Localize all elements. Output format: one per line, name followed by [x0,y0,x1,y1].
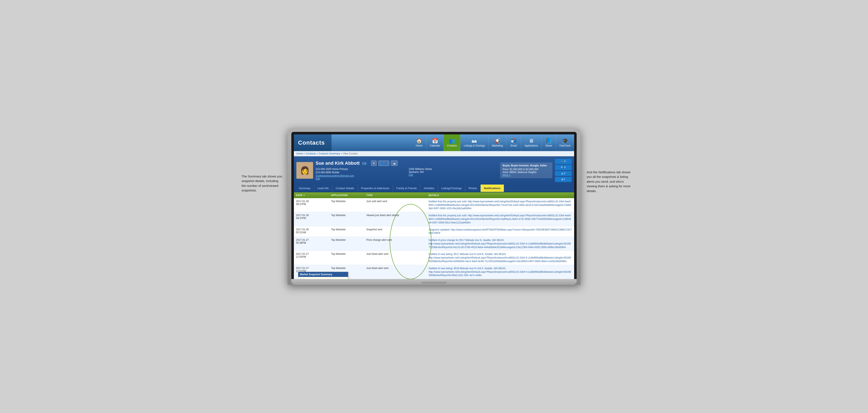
action-btn-1[interactable]: 🏃 P [555,159,571,164]
calendar-icon: 📅 [432,138,438,143]
cell-application: Top Marketer [329,198,364,212]
nav-items-container: 🏠 Home 📅 Calendar 👥 Contacts 🏘 [332,134,574,151]
laptop-outer: Contacts 🏠 Home 📅 Calendar 👥 [287,128,581,285]
tab-activities[interactable]: Activities [420,184,438,192]
contact-address: 2345 Williams Street, Spokane, WA Edit [409,168,498,180]
cell-application: Top Marketer [329,251,364,265]
col-application[interactable]: APPLICATION [329,192,364,198]
breadcrumb-home[interactable]: Home [297,152,303,155]
brand-title: Contacts [298,139,325,146]
cell-date: 2017-01-3008:37PM [294,198,329,212]
contact-group-view-btn[interactable]: 👤👤 [378,161,389,166]
breadcrumb-contacts-summary[interactable]: Contacts Summary [319,152,340,155]
tab-listings-closings[interactable]: Listings/Closings [438,184,465,192]
cell-type: Viewed just listed alert details [364,212,427,226]
nav-fasttrack-label: FastTrack [559,144,570,147]
col-type[interactable]: TYPE [364,192,427,198]
cell-details: Notified that this property just sold: h… [427,212,574,226]
tab-family-friends[interactable]: Family & Friends [393,184,421,192]
more-link[interactable]: More » [503,174,510,177]
table-row: 2017-01-3008:37PM Top Marketer Viewed ju… [294,212,574,226]
marketing-icon: 📢 [494,138,500,143]
contact-cloud-btn[interactable]: ☁ [391,161,398,166]
contact-name-edit[interactable]: Edit [362,162,367,165]
nav-email-label: Email [510,144,517,147]
cell-type: Snapshot sent [364,226,427,237]
contact-info-right: Buyer, Buyer-investor, Google, Seller Pr… [500,162,552,178]
table-row: 2017-01-3008:37PM Top Marketer Just sold… [294,198,574,212]
contact-main-info: Sue and Kirk Abbott Edit ≡ 👤👤 ☁ [316,161,498,180]
home-icon: 🏠 [416,138,422,143]
cell-application: Top Marketer [329,226,364,237]
tab-photos[interactable]: Photos [465,184,480,192]
nav-contacts[interactable]: 👥 Contacts [444,134,460,151]
nav-email[interactable]: 📬 Email [506,134,521,151]
cell-type: Just listed alert sent [364,265,427,279]
contact-email: Sophieandersondemo@gmail.com [316,174,404,177]
laptop-bezel: Contacts 🏠 Home 📅 Calendar 👥 [291,132,577,279]
nav-fasttrack[interactable]: 🎓 FastTrack [556,134,574,151]
nav-share[interactable]: 📘 Share [541,134,556,151]
action-btn-3[interactable]: 🖨 P [555,171,571,176]
tab-contact-details[interactable]: Contact Details [332,184,358,192]
contact-left-details: 313-594-1925 Home Primary 313-569-9895 M… [316,168,404,180]
laptop-base [291,279,577,285]
tab-properties-addresses[interactable]: Properties & Addresses [358,184,393,192]
share-icon: 📘 [546,138,552,143]
action-btn-2[interactable]: 🔍 P [555,165,571,170]
nav-applications[interactable]: 🖥 Applications [521,134,541,151]
nav-home[interactable]: 🏠 Home [412,134,427,151]
table-row: 2017-01-2712:02PM Top Marketer Just list… [294,251,574,265]
cell-application: Top Marketer [329,212,364,226]
nav-share-label: Share [546,144,552,147]
cell-date: 2017-01-2705:38PM [294,237,329,251]
contact-phone2: 313-569-9895 Mobile [316,171,404,174]
tab-summary[interactable]: Summary [296,184,314,192]
contact-details-edit[interactable]: Edit [316,177,320,180]
nav-calendar-label: Calendar [430,144,440,147]
contacts-icon: 👥 [449,138,455,143]
brand-logo: Contacts [294,134,332,151]
snapshot-panel-title: Market Snapshot Summary [298,272,348,277]
nav-contacts-label: Contacts [447,144,457,147]
cell-details: Notified of new listing: 8519 Midvale Av… [427,265,574,279]
contact-name: Sue and Kirk Abbott [316,161,360,166]
main-content: Market Snapshot Summary Active # of Snap… [294,192,574,279]
breadcrumb-contacts[interactable]: Contacts [306,152,316,155]
cell-details: Notified of price change for 8517 Midval… [427,237,574,251]
nav-marketing[interactable]: 📢 Marketing [489,134,506,151]
tab-bar: Summary Lead Info Contact Details Proper… [294,184,574,192]
fasttrack-icon: 🎓 [562,138,568,143]
action-btn-4[interactable]: ⊞ T [555,177,571,182]
contact-list-view-btn[interactable]: ≡ [371,161,376,166]
cell-details: Notified of new listing: 8517 Midvale Av… [427,251,574,265]
tab-notifications[interactable]: Notifications [480,184,504,192]
breadcrumb-view-contact: View Contact [343,152,358,155]
col-date[interactable]: DATE [294,192,329,198]
cell-application: Top Marketer [329,237,364,251]
buyer-type: Buyer, Buyer-investor, Google, Seller [503,164,550,167]
nav-home-label: Home [416,144,423,147]
breadcrumb: Home > Contacts > Contacts Summary > Vie… [294,151,574,156]
email-icon: 📬 [510,138,517,143]
notifications-table: DATE APPLICATION TYPE DETAILS 2017-01-30… [294,192,574,279]
nav-marketing-label: Marketing [492,144,503,147]
laptop-screen: Contacts 🏠 Home 📅 Calendar 👥 [294,134,574,279]
cell-type: Price change alert sent [364,237,427,251]
cell-type: Just listed alert sent [364,251,427,265]
nav-listings[interactable]: 🏘 Listings & Closings [460,134,488,151]
contact-header: 👩 Sue and Kirk Abbott Edit ≡ 👤👤 ☁ [294,156,574,184]
snapshot-active-label: Active [300,278,346,279]
contact-address-edit[interactable]: Edit [409,173,413,176]
cell-date: 2017-01-3005:22AM [294,226,329,237]
col-details[interactable]: DETAILS [427,192,574,198]
snapshot-panel: Market Snapshot Summary Active # of Snap… [298,272,348,279]
annotation-right: And the Notifications tab shows you all … [587,170,635,194]
listings-icon: 🏘 [472,138,477,143]
contact-avatar: 👩 [297,162,313,179]
nav-calendar[interactable]: 📅 Calendar [427,134,444,151]
table-row: 2017-01-2705:38PM Top Marketer Price cha… [294,237,574,251]
tab-lead-info[interactable]: Lead Info [314,184,332,192]
applications-icon: 🖥 [529,138,534,143]
contact-icons-row: ≡ 👤👤 ☁ [371,161,397,166]
